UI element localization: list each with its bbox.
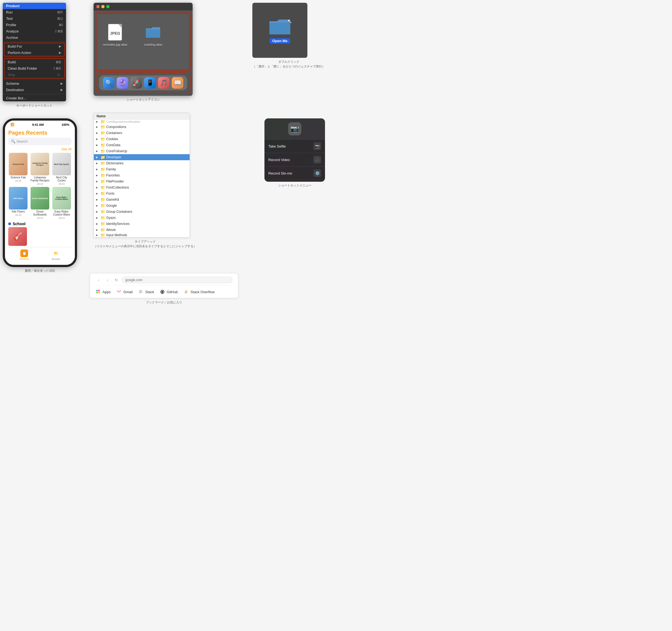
tab-recents[interactable]: 📋 Recents xyxy=(20,250,29,260)
school-dot-icon xyxy=(8,223,11,225)
menu-item-archive[interactable]: Archive xyxy=(3,34,66,41)
dock-books[interactable]: 📖 xyxy=(172,77,183,89)
file-row[interactable]: ▶ 📁 Family xyxy=(94,166,190,172)
file-name: Fonts xyxy=(106,192,115,195)
file-name: Family xyxy=(106,167,116,171)
file-row[interactable]: ▶ 📁 IdentityServices xyxy=(94,221,190,227)
doc-name: Next City Cycles xyxy=(51,176,72,182)
menu-caption: キーボードショートカット xyxy=(3,103,66,108)
doc-date: 18:15 xyxy=(58,183,65,185)
finder-titlebar xyxy=(94,3,193,10)
file-row[interactable]: ▶ 📁 ContAppointmentHeather xyxy=(94,119,190,124)
menu-item-profile[interactable]: Profile ⌘I xyxy=(3,22,66,28)
refresh-button[interactable]: ↻ xyxy=(113,277,120,283)
file-name: Group Containers xyxy=(106,210,133,214)
camera-app-icon[interactable]: 📷 xyxy=(288,122,301,136)
file-row[interactable]: ▶ 📁 FontCollections xyxy=(94,184,190,190)
selfie-icon: 📷 xyxy=(313,142,321,150)
menu-item-analyze[interactable]: Analyze ⇧⌘B xyxy=(3,28,66,34)
close-button[interactable] xyxy=(96,5,100,8)
doc-item[interactable]: Grove Surfboards Grove Surfboards 18:15 xyxy=(30,187,50,219)
pages-title: Pages Recents xyxy=(8,127,72,138)
dock-music[interactable]: 🎵 xyxy=(158,77,169,89)
file-row[interactable]: ▶ 📁 Google xyxy=(94,203,190,209)
slack-icon xyxy=(138,289,144,295)
file-row[interactable]: ▶ 📁 iMovie xyxy=(94,227,190,233)
menu-item-scheme[interactable]: Scheme ▶ xyxy=(3,80,66,87)
filelist-column-header: Name xyxy=(94,113,190,119)
bookmark-github[interactable]: GitHub xyxy=(160,289,178,295)
forward-button[interactable]: › xyxy=(104,277,111,283)
dock-siri[interactable]: 🔮 xyxy=(117,77,128,89)
submenu-arrow-icon: ▶ xyxy=(59,45,61,48)
menu-item-shortcut: ⌘U xyxy=(57,17,63,21)
recents-icon: 📋 xyxy=(20,250,28,257)
menu-item-label: Test xyxy=(6,17,13,21)
bookmarks-section: ‹ › ↻ google.com Apps xyxy=(3,273,325,304)
school-doc-thumb[interactable]: 🎸 xyxy=(8,227,27,246)
file-row[interactable]: ▶ 📁 FileProvider xyxy=(94,179,190,184)
see-all-button[interactable]: See All xyxy=(8,147,72,151)
menu-item-perform-action[interactable]: Perform Action ▶ xyxy=(4,50,64,56)
bookmark-slack[interactable]: Slack xyxy=(138,289,154,295)
file-row[interactable]: ▶ 📁 Gyazo xyxy=(94,215,190,221)
file-row[interactable]: ▶ 📁 GameKit xyxy=(94,196,190,203)
folder-icon[interactable]: crashlog alias xyxy=(144,23,162,46)
file-row[interactable]: ▶ 📁 Dictionaries xyxy=(94,160,190,166)
menu-item-clean-build[interactable]: Clean Build Folder ⇧⌘K xyxy=(4,65,64,72)
shortcut-item-portrait[interactable]: Take Portrait 📷 xyxy=(264,180,325,182)
doc-item[interactable]: Kite Flyers Kite Flyers 18:16 xyxy=(8,187,28,219)
back-button[interactable]: ‹ xyxy=(95,277,102,283)
finder-content: JPEG nomodes.jpg alias crashlog alias xyxy=(97,14,189,69)
section-label-text: School xyxy=(13,221,26,226)
file-row[interactable]: ▶ 📁 Input Methods xyxy=(94,233,190,237)
shortcut-item-slomo[interactable]: Record Slo-mo ⚙️ xyxy=(264,166,325,180)
menu-item-build[interactable]: Build ⌘B xyxy=(4,59,64,65)
shortcut-item-video[interactable]: Record Video 🎥 xyxy=(264,153,325,166)
menu-item-stop[interactable]: Stop ⌘. xyxy=(4,72,64,78)
maximize-button[interactable] xyxy=(106,5,110,8)
bookmark-stackoverflow[interactable]: Stack Overflow xyxy=(183,289,214,295)
file-row[interactable]: ▶ 📁 Fonts xyxy=(94,190,190,196)
dock-appstore[interactable]: 📱 xyxy=(144,77,156,89)
menu-item-destination[interactable]: Destination ▶ xyxy=(3,87,66,93)
menu-item-test[interactable]: Test ⌘U xyxy=(3,16,66,22)
file-row[interactable]: ▶ 📁 CoreData xyxy=(94,142,190,148)
file-name: iMovie xyxy=(106,228,116,232)
jpeg-file-icon[interactable]: JPEG nomodes.jpg alias xyxy=(103,23,127,46)
doc-item[interactable]: Lebanese Family Recipes Lebanese Family … xyxy=(30,153,50,185)
minimize-button[interactable] xyxy=(101,5,104,8)
file-row[interactable]: ▶ 📁 Group Containers xyxy=(94,209,190,215)
folder-svg xyxy=(145,26,161,39)
file-name: Cookies xyxy=(106,137,118,141)
file-row[interactable]: ▶ 📁 Containers xyxy=(94,130,190,136)
url-bar[interactable]: google.com xyxy=(122,277,233,283)
file-row-selected[interactable]: ▶ 📁 Developer xyxy=(94,154,190,160)
bookmark-label: GitHub xyxy=(167,290,178,294)
search-bar[interactable]: 🔍 Search xyxy=(8,138,72,145)
stackoverflow-icon xyxy=(183,289,189,295)
dock-finder[interactable]: 🔍 xyxy=(103,77,115,89)
bookmark-gmail[interactable]: Gmail xyxy=(116,289,133,295)
file-name: Dictionaries xyxy=(106,161,124,165)
doc-item[interactable]: Next City Cycles Next City Cycles 18:15 xyxy=(51,153,72,185)
svg-rect-11 xyxy=(185,293,187,294)
filelist-window: Name ▶ 📁 ContAppointmentHeather ▶ 📁 Comp… xyxy=(94,113,190,238)
product-menu: Product Run ⌘R Test ⌘U Profile ⌘I Analyz… xyxy=(3,3,66,101)
tab-browse[interactable]: 📁 Browse xyxy=(52,250,60,260)
bookmark-apps[interactable]: Apps xyxy=(95,289,111,295)
shortcut-item-selfie[interactable]: Take Selfie 📷 xyxy=(264,139,325,153)
slack-svg-icon xyxy=(139,289,143,294)
file-row[interactable]: ▶ 📁 Cookies xyxy=(94,136,190,142)
file-row[interactable]: ▶ 📁 CoreFollowUp xyxy=(94,148,190,154)
menu-item-build-for[interactable]: Build For ▶ xyxy=(4,43,64,50)
menu-item-create-bot[interactable]: Create Bot... xyxy=(3,95,66,101)
doc-name: Lebanese Family Recipes xyxy=(30,176,50,182)
browse-icon: 📁 xyxy=(52,250,60,257)
doc-item[interactable]: Science Fair Science Fair 18:16 xyxy=(8,153,28,185)
file-row[interactable]: ▶ 📁 Favorites xyxy=(94,172,190,179)
menu-item-run[interactable]: Run ⌘R xyxy=(3,9,66,16)
doc-item[interactable]: Easy Rides Custom Bikes Easy Rides Custo… xyxy=(51,187,72,219)
dock-rocket[interactable]: 🚀 xyxy=(130,77,142,89)
file-row[interactable]: ▶ 📁 Compositions xyxy=(94,124,190,130)
